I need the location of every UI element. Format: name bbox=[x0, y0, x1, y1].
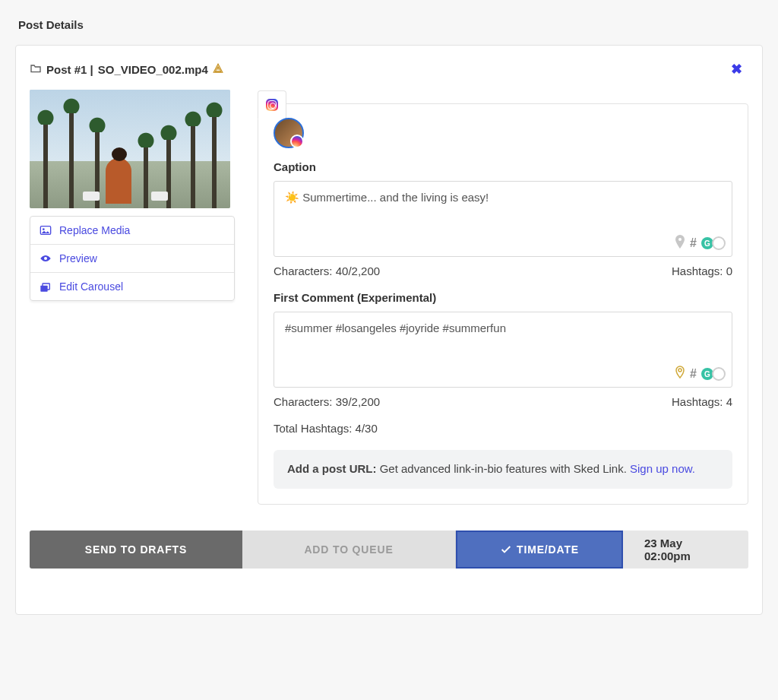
media-column: Replace Media Preview Edit Carousel bbox=[30, 90, 235, 301]
post-title-prefix: Post #1 | bbox=[46, 63, 93, 76]
media-thumbnail[interactable] bbox=[30, 90, 230, 208]
check-icon bbox=[500, 543, 512, 556]
sign-up-link[interactable]: Sign up now. bbox=[630, 462, 695, 475]
warning-icon bbox=[213, 63, 223, 76]
url-promo-body: Get advanced link-in-bio features with S… bbox=[377, 462, 631, 475]
svg-point-3 bbox=[43, 228, 45, 230]
image-icon bbox=[40, 225, 52, 236]
first-comment-input[interactable]: #summer #losangeles #joyride #summerfun … bbox=[274, 312, 732, 388]
preview-label: Preview bbox=[59, 252, 97, 264]
post-card: Post #1 | SO_VIDEO_002.mp4 ✖ bbox=[15, 45, 763, 615]
preview-button[interactable]: Preview bbox=[30, 244, 234, 272]
svg-point-0 bbox=[217, 70, 218, 71]
send-to-drafts-button[interactable]: Send to Drafts bbox=[30, 531, 242, 569]
platform-tab-instagram[interactable] bbox=[258, 90, 286, 119]
instagram-icon bbox=[266, 99, 278, 111]
caption-emoji: ☀️ bbox=[285, 191, 299, 204]
grammarly-secondary-icon bbox=[712, 236, 726, 250]
caption-input[interactable]: ☀️ Summertime... and the living is easy!… bbox=[274, 181, 732, 257]
account-avatar[interactable] bbox=[274, 118, 304, 148]
first-comment-hashtag-count: Hashtags: 4 bbox=[672, 395, 732, 408]
caption-char-count: Characters: 40/2,200 bbox=[274, 264, 380, 277]
hashtag-icon[interactable]: # bbox=[690, 236, 697, 250]
edit-carousel-label: Edit Carousel bbox=[59, 280, 123, 293]
time-date-button[interactable]: Time/Date bbox=[456, 531, 623, 569]
replace-media-label: Replace Media bbox=[59, 224, 130, 236]
url-promo: Add a post URL: Get advanced link-in-bio… bbox=[274, 450, 732, 489]
eye-icon bbox=[40, 253, 52, 264]
editor-panel: Caption ☀️ Summertime... and the living … bbox=[258, 103, 748, 505]
edit-carousel-button[interactable]: Edit Carousel bbox=[30, 272, 234, 300]
first-comment-char-count: Characters: 39/2,200 bbox=[274, 395, 380, 408]
first-comment-text: #summer #losangeles #joyride #summerfun bbox=[285, 321, 506, 334]
svg-rect-5 bbox=[40, 286, 47, 292]
svg-rect-1 bbox=[217, 67, 218, 69]
scheduled-date: 23 May 02:00pm bbox=[623, 531, 748, 569]
post-filename: SO_VIDEO_002.mp4 bbox=[98, 63, 208, 76]
post-header: Post #1 | SO_VIDEO_002.mp4 bbox=[30, 63, 223, 76]
folder-icon bbox=[30, 63, 42, 76]
svg-point-6 bbox=[678, 369, 682, 372]
page-title: Post Details bbox=[18, 18, 763, 31]
hashtag-icon[interactable]: # bbox=[690, 367, 697, 381]
footer-bar: Send to Drafts Add to Queue Time/Date 23… bbox=[30, 531, 748, 569]
caption-text: Summertime... and the living is easy! bbox=[302, 191, 489, 204]
close-icon[interactable]: ✖ bbox=[725, 59, 748, 79]
url-promo-lead: Add a post URL: bbox=[287, 462, 377, 475]
media-actions: Replace Media Preview Edit Carousel bbox=[30, 216, 235, 301]
first-comment-label: First Comment (Experimental) bbox=[274, 291, 732, 304]
grammarly-secondary-icon bbox=[712, 367, 726, 381]
location-pin-icon[interactable] bbox=[675, 366, 685, 382]
caption-label: Caption bbox=[274, 160, 732, 173]
location-pin-icon[interactable] bbox=[675, 235, 685, 252]
add-to-queue-button[interactable]: Add to Queue bbox=[242, 531, 456, 569]
total-hashtags: Total Hashtags: 4/30 bbox=[274, 422, 732, 435]
time-date-label: Time/Date bbox=[517, 543, 579, 556]
replace-media-button[interactable]: Replace Media bbox=[30, 217, 234, 244]
caption-hashtag-count: Hashtags: 0 bbox=[672, 264, 732, 277]
carousel-icon bbox=[40, 281, 52, 292]
